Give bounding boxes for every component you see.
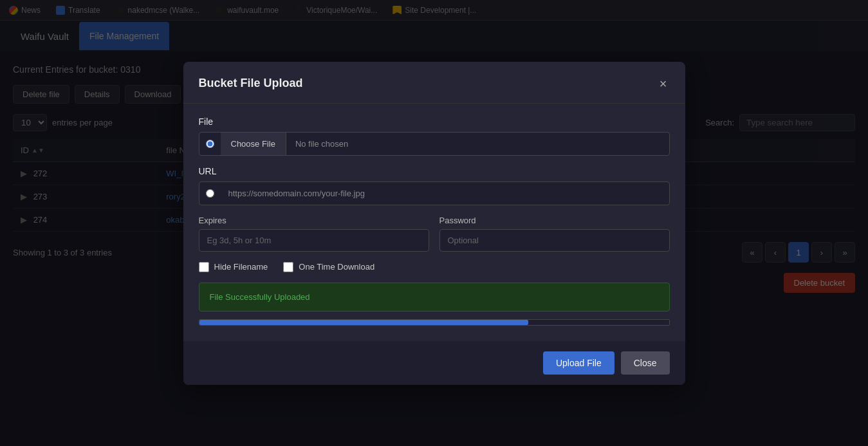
file-section-label: File bbox=[199, 116, 670, 127]
file-radio-wrapper bbox=[199, 140, 221, 148]
expires-password-row: Expires Password bbox=[199, 216, 670, 252]
modal-title: Bucket File Upload bbox=[199, 77, 303, 90]
checkbox-row: Hide Filename One Time Download bbox=[199, 262, 670, 272]
password-label: Password bbox=[439, 216, 670, 225]
password-col: Password bbox=[439, 216, 670, 252]
expires-input[interactable] bbox=[199, 229, 429, 252]
one-time-download-label[interactable]: One Time Download bbox=[283, 262, 374, 272]
modal-close-button[interactable]: × bbox=[657, 75, 670, 93]
url-radio-button[interactable] bbox=[206, 189, 214, 198]
modal-footer: Upload File Close bbox=[183, 341, 685, 385]
modal-body: File Choose File No file chosen URL Expi… bbox=[183, 104, 685, 341]
url-input-wrapper bbox=[199, 181, 670, 205]
progress-bar-fill bbox=[199, 320, 528, 325]
password-input[interactable] bbox=[439, 229, 670, 252]
file-input-wrapper: Choose File No file chosen bbox=[199, 132, 670, 156]
modal-overlay: Bucket File Upload × File Choose File No… bbox=[0, 0, 868, 446]
file-name-display: No file chosen bbox=[286, 133, 669, 155]
url-input[interactable] bbox=[221, 182, 669, 205]
url-radio-wrapper bbox=[199, 189, 221, 198]
choose-file-button[interactable]: Choose File bbox=[221, 133, 286, 155]
success-banner: File Successfully Uploaded bbox=[199, 283, 670, 311]
progress-bar-container bbox=[199, 319, 670, 326]
hide-filename-label[interactable]: Hide Filename bbox=[199, 262, 268, 272]
url-section-label: URL bbox=[199, 166, 670, 176]
modal-dialog: Bucket File Upload × File Choose File No… bbox=[183, 62, 685, 385]
one-time-download-checkbox[interactable] bbox=[283, 262, 293, 272]
file-radio-button[interactable] bbox=[206, 140, 214, 148]
upload-file-button[interactable]: Upload File bbox=[543, 351, 614, 375]
hide-filename-checkbox[interactable] bbox=[199, 262, 209, 272]
modal-close-footer-button[interactable]: Close bbox=[621, 351, 670, 375]
expires-col: Expires bbox=[199, 216, 429, 252]
expires-label: Expires bbox=[199, 216, 429, 225]
modal-header: Bucket File Upload × bbox=[183, 62, 685, 104]
